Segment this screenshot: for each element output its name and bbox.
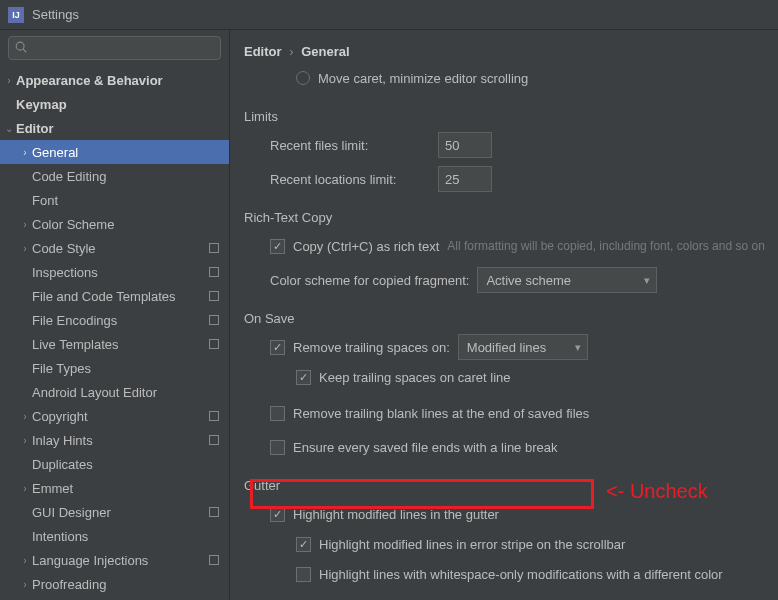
ensure-newline-checkbox[interactable] bbox=[270, 440, 285, 455]
copy-richtext-label: Copy (Ctrl+C) as rich text bbox=[293, 239, 439, 254]
tree-item-label: Android Layout Editor bbox=[32, 385, 157, 400]
recent-locations-label: Recent locations limit: bbox=[270, 172, 430, 187]
tree-item-copyright[interactable]: ›Copyright bbox=[0, 404, 229, 428]
copy-richtext-checkbox[interactable] bbox=[270, 239, 285, 254]
project-scope-icon bbox=[209, 243, 219, 253]
project-scope-icon bbox=[209, 315, 219, 325]
annotation-text: <- Uncheck bbox=[606, 480, 708, 503]
tree-item-live-templates[interactable]: Live Templates bbox=[0, 332, 229, 356]
remove-trailing-label: Remove trailing spaces on: bbox=[293, 340, 450, 355]
scheme-label: Color scheme for copied fragment: bbox=[270, 273, 469, 288]
tree-item-gui-designer[interactable]: GUI Designer bbox=[0, 500, 229, 524]
tree-item-proofreading[interactable]: ›Proofreading bbox=[0, 572, 229, 596]
tree-item-file-encodings[interactable]: File Encodings bbox=[0, 308, 229, 332]
tree-item-label: Color Scheme bbox=[32, 217, 114, 232]
chevron-icon: › bbox=[18, 219, 32, 230]
tree-item-editor[interactable]: ⌄Editor bbox=[0, 116, 229, 140]
tree-item-label: Language Injections bbox=[32, 553, 148, 568]
tree-item-intentions[interactable]: Intentions bbox=[0, 524, 229, 548]
project-scope-icon bbox=[209, 507, 219, 517]
tree-item-label: Font bbox=[32, 193, 58, 208]
settings-tree: ›Appearance & BehaviorKeymap⌄Editor›Gene… bbox=[0, 68, 229, 600]
project-scope-icon bbox=[209, 267, 219, 277]
tree-item-file-and-code-templates[interactable]: File and Code Templates bbox=[0, 284, 229, 308]
highlight-stripe-checkbox[interactable] bbox=[296, 537, 311, 552]
recent-locations-input[interactable] bbox=[438, 166, 492, 192]
breadcrumb-separator: › bbox=[289, 44, 293, 59]
tree-item-inspections[interactable]: Inspections bbox=[0, 260, 229, 284]
keep-caret-label: Keep trailing spaces on caret line bbox=[319, 370, 511, 385]
tree-item-emmet[interactable]: ›Emmet bbox=[0, 476, 229, 500]
chevron-icon: › bbox=[18, 243, 32, 254]
tree-item-label: Inspections bbox=[32, 265, 98, 280]
ensure-newline-label: Ensure every saved file ends with a line… bbox=[293, 440, 557, 455]
tree-item-font[interactable]: Font bbox=[0, 188, 229, 212]
search-input[interactable] bbox=[8, 36, 221, 60]
onsave-title: On Save bbox=[244, 311, 774, 326]
richtext-title: Rich-Text Copy bbox=[244, 210, 774, 225]
tree-item-label: Editor bbox=[16, 121, 54, 136]
chevron-icon: › bbox=[2, 75, 16, 86]
remove-blank-checkbox[interactable] bbox=[270, 406, 285, 421]
tree-item-code-editing[interactable]: Code Editing bbox=[0, 164, 229, 188]
tree-item-appearance-behavior[interactable]: ›Appearance & Behavior bbox=[0, 68, 229, 92]
project-scope-icon bbox=[209, 339, 219, 349]
tree-item-label: File and Code Templates bbox=[32, 289, 176, 304]
settings-panel: Editor › General Move caret, minimize ed… bbox=[230, 30, 778, 600]
keep-caret-checkbox[interactable] bbox=[296, 370, 311, 385]
highlight-stripe-label: Highlight modified lines in error stripe… bbox=[319, 537, 625, 552]
tree-item-color-scheme[interactable]: ›Color Scheme bbox=[0, 212, 229, 236]
tree-item-label: Proofreading bbox=[32, 577, 106, 592]
highlight-whitespace-checkbox[interactable] bbox=[296, 567, 311, 582]
move-caret-option[interactable]: Move caret, minimize editor scrolling bbox=[244, 65, 774, 91]
limits-title: Limits bbox=[244, 109, 774, 124]
move-caret-label: Move caret, minimize editor scrolling bbox=[318, 71, 528, 86]
highlight-modified-checkbox[interactable] bbox=[270, 507, 285, 522]
remove-trailing-select[interactable]: Modified lines bbox=[458, 334, 588, 360]
svg-point-0 bbox=[16, 42, 24, 50]
breadcrumb: Editor › General bbox=[244, 44, 774, 59]
chevron-icon: › bbox=[18, 147, 32, 158]
app-icon: IJ bbox=[8, 7, 24, 23]
tree-item-duplicates[interactable]: Duplicates bbox=[0, 452, 229, 476]
tree-item-label: Live Templates bbox=[32, 337, 118, 352]
highlight-whitespace-label: Highlight lines with whitespace-only mod… bbox=[319, 567, 723, 582]
project-scope-icon bbox=[209, 411, 219, 421]
breadcrumb-a[interactable]: Editor bbox=[244, 44, 282, 59]
chevron-icon: ⌄ bbox=[2, 123, 16, 134]
scheme-value: Active scheme bbox=[486, 273, 571, 288]
tree-item-label: Inlay Hints bbox=[32, 433, 93, 448]
tree-item-general[interactable]: ›General bbox=[0, 140, 229, 164]
tree-item-language-injections[interactable]: ›Language Injections bbox=[0, 548, 229, 572]
svg-line-1 bbox=[23, 49, 26, 52]
radio-icon bbox=[296, 71, 310, 85]
window-title: Settings bbox=[32, 7, 79, 22]
breadcrumb-b[interactable]: General bbox=[301, 44, 349, 59]
project-scope-icon bbox=[209, 555, 219, 565]
remove-trailing-checkbox[interactable] bbox=[270, 340, 285, 355]
tree-item-label: File Types bbox=[32, 361, 91, 376]
tree-item-file-types[interactable]: File Types bbox=[0, 356, 229, 380]
titlebar: IJ Settings bbox=[0, 0, 778, 30]
search-icon bbox=[14, 40, 28, 54]
chevron-icon: › bbox=[18, 555, 32, 566]
tree-item-label: Keymap bbox=[16, 97, 67, 112]
remove-blank-label: Remove trailing blank lines at the end o… bbox=[293, 406, 589, 421]
project-scope-icon bbox=[209, 435, 219, 445]
tree-item-label: File Encodings bbox=[32, 313, 117, 328]
recent-files-input[interactable] bbox=[438, 132, 492, 158]
scheme-select[interactable]: Active scheme bbox=[477, 267, 657, 293]
tree-item-inlay-hints[interactable]: ›Inlay Hints bbox=[0, 428, 229, 452]
tree-item-keymap[interactable]: Keymap bbox=[0, 92, 229, 116]
copy-richtext-hint: All formatting will be copied, including… bbox=[447, 239, 765, 253]
chevron-icon: › bbox=[18, 411, 32, 422]
tree-item-label: Emmet bbox=[32, 481, 73, 496]
tree-item-label: GUI Designer bbox=[32, 505, 111, 520]
sidebar: ›Appearance & BehaviorKeymap⌄Editor›Gene… bbox=[0, 30, 230, 600]
highlight-modified-label: Highlight modified lines in the gutter bbox=[293, 507, 499, 522]
tree-item-label: Appearance & Behavior bbox=[16, 73, 163, 88]
tree-item-label: Intentions bbox=[32, 529, 88, 544]
tree-item-label: Code Editing bbox=[32, 169, 106, 184]
tree-item-android-layout-editor[interactable]: Android Layout Editor bbox=[0, 380, 229, 404]
tree-item-code-style[interactable]: ›Code Style bbox=[0, 236, 229, 260]
